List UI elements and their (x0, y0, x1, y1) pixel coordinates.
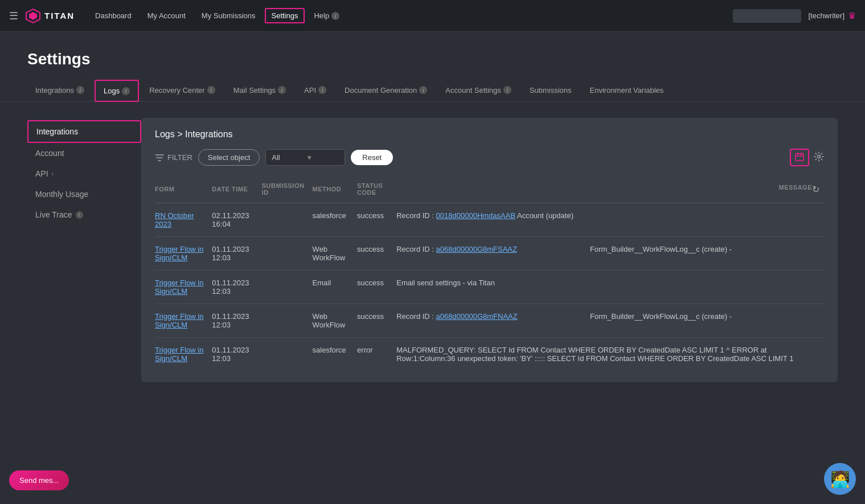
cell-datetime: 01.11.2023 12:03 (212, 271, 261, 304)
cell-submission-id (262, 203, 313, 237)
form-link[interactable]: Trigger Flow in Sign/CLM (155, 245, 203, 262)
my-account-link[interactable]: My Account (141, 8, 192, 23)
avatar-icon: 🧑‍💻 (830, 470, 850, 489)
cell-datetime: 02.11.2023 16:04 (212, 203, 261, 237)
cell-status-code: success (357, 271, 396, 304)
form-link[interactable]: Trigger Flow in Sign/CLM (155, 312, 203, 329)
logo-text: TITAN (44, 11, 75, 21)
doc-gen-tab-info-icon: i (419, 86, 427, 94)
tab-api[interactable]: API i (296, 80, 334, 101)
col-submission-id: SUBMISSION ID (262, 178, 313, 203)
help-info-icon: i (331, 12, 339, 20)
tab-mail-settings[interactable]: Mail Settings i (226, 80, 294, 101)
col-form: FORM (155, 178, 212, 203)
cell-message: Email send settings - via Titan (396, 271, 824, 304)
my-submissions-link[interactable]: My Submissions (195, 8, 263, 23)
cell-status-code: success (357, 237, 396, 271)
table-row: Trigger Flow in Sign/CLM 01.11.2023 12:0… (155, 304, 824, 338)
tab-recovery-center[interactable]: Recovery Center i (141, 80, 223, 101)
filter-icon (155, 153, 164, 162)
refresh-button[interactable]: ↻ (812, 184, 819, 195)
svg-marker-1 (29, 12, 37, 20)
tab-integrations[interactable]: Integrations i (27, 80, 92, 101)
cell-message: Record ID : a068d00000G8mFSAAZ (396, 237, 590, 271)
all-filter-dropdown[interactable]: All ▾ (265, 149, 345, 166)
tab-logs[interactable]: Logs i (95, 80, 139, 102)
form-link[interactable]: Trigger Flow in Sign/CLM (155, 278, 203, 296)
cell-method: Web WorkFlow (313, 304, 358, 338)
cell-form: Trigger Flow in Sign/CLM (155, 237, 212, 271)
dropdown-chevron-icon: ▾ (308, 153, 339, 162)
logs-breadcrumb: Logs > Integrations (155, 129, 824, 140)
cell-submission-id (262, 338, 313, 371)
record-id-link[interactable]: 0018d00000HmdasAAB (436, 211, 516, 220)
tab-account-settings[interactable]: Account Settings i (437, 80, 519, 101)
account-settings-tab-info-icon: i (503, 86, 511, 94)
svg-rect-2 (796, 154, 803, 161)
cell-message: Record ID : 0018d00000HmdasAAB Account (… (396, 203, 824, 237)
tab-submissions[interactable]: Submissions (522, 80, 580, 101)
form-link[interactable]: RN October 2023 (155, 211, 194, 228)
cell-form: RN October 2023 (155, 203, 212, 237)
page-header: Settings (0, 32, 865, 68)
hamburger-menu[interactable]: ☰ (9, 10, 18, 22)
cell-method: salesforce (313, 338, 358, 371)
recovery-center-tab-info-icon: i (207, 86, 215, 94)
sidebar-item-integrations[interactable]: Integrations (27, 120, 141, 143)
logs-table: FORM DATE TIME SUBMISSION ID METHOD STAT… (155, 178, 824, 371)
cell-method: salesforce (313, 203, 358, 237)
page-title: Settings (27, 50, 838, 68)
cell-status-code: success (357, 304, 396, 338)
nav-links: Dashboard My Account My Submissions Sett… (88, 8, 733, 24)
sidebar-item-account[interactable]: Account (27, 143, 141, 163)
record-id-link[interactable]: a068d00000G8mFSAAZ (436, 245, 517, 253)
cell-form: Trigger Flow in Sign/CLM (155, 271, 212, 304)
cell-method: Email (313, 271, 358, 304)
search-input[interactable] (733, 9, 801, 23)
help-link[interactable]: Help i (307, 8, 346, 24)
cell-message: MALFORMED_QUERY: SELECT Id FROM Contact … (396, 338, 824, 371)
filter-bar-right (790, 149, 824, 166)
col-method: METHOD (313, 178, 358, 203)
api-chevron-icon: › (52, 170, 54, 177)
filter-bar: FILTER Select object All ▾ Reset (155, 149, 824, 166)
cell-status-code: error (357, 338, 396, 371)
calendar-button[interactable] (790, 149, 809, 166)
form-link[interactable]: Trigger Flow in Sign/CLM (155, 346, 203, 363)
avatar-button[interactable]: 🧑‍💻 (824, 463, 856, 495)
filter-label: FILTER (155, 153, 192, 162)
cell-datetime: 01.11.2023 12:03 (212, 338, 261, 371)
table-row: Trigger Flow in Sign/CLM 01.11.2023 12:0… (155, 271, 824, 304)
cell-form: Trigger Flow in Sign/CLM (155, 338, 212, 371)
col-message: MESSAGE ↻ (396, 178, 824, 203)
integrations-tab-info-icon: i (76, 86, 84, 94)
select-object-button[interactable]: Select object (198, 149, 260, 166)
cell-datetime: 01.11.2023 12:03 (212, 237, 261, 271)
record-id-link[interactable]: a068d00000G8mFNAAZ (436, 312, 518, 321)
dashboard-link[interactable]: Dashboard (88, 8, 138, 23)
logo[interactable]: TITAN (25, 8, 75, 24)
crown-icon: ♛ (848, 10, 856, 21)
gear-icon (814, 151, 824, 162)
tab-document-generation[interactable]: Document Generation i (337, 80, 435, 101)
tab-environment-variables[interactable]: Environment Variables (582, 80, 672, 101)
table-row: RN October 2023 02.11.2023 16:04 salesfo… (155, 203, 824, 237)
table-row: Trigger Flow in Sign/CLM 01.11.2023 12:0… (155, 338, 824, 371)
sidebar-item-live-trace[interactable]: Live Trace i (27, 204, 141, 225)
svg-point-3 (818, 155, 821, 158)
cell-datetime: 01.11.2023 12:03 (212, 304, 261, 338)
sidebar-item-monthly-usage[interactable]: Monthly Usage (27, 184, 141, 204)
cell-status-code: success (357, 203, 396, 237)
cell-message-extra: Form_Builder__WorkFlowLog__c (create) - (590, 304, 824, 338)
reset-button[interactable]: Reset (351, 150, 393, 165)
settings-tabs: Integrations i Logs i Recovery Center i … (0, 80, 865, 102)
user-label: [techwriter] ♛ (808, 10, 856, 21)
send-message-button[interactable]: Send mes... (9, 470, 69, 490)
logs-panel: Logs > Integrations FILTER Select object… (141, 118, 838, 382)
settings-link[interactable]: Settings (265, 8, 305, 23)
sidebar-item-api[interactable]: API › (27, 163, 141, 184)
settings-gear-button[interactable] (814, 151, 824, 164)
cell-message-extra: Form_Builder__WorkFlowLog__c (create) - (590, 237, 824, 271)
logs-tab-info-icon: i (122, 87, 130, 95)
cell-method: Web WorkFlow (313, 237, 358, 271)
